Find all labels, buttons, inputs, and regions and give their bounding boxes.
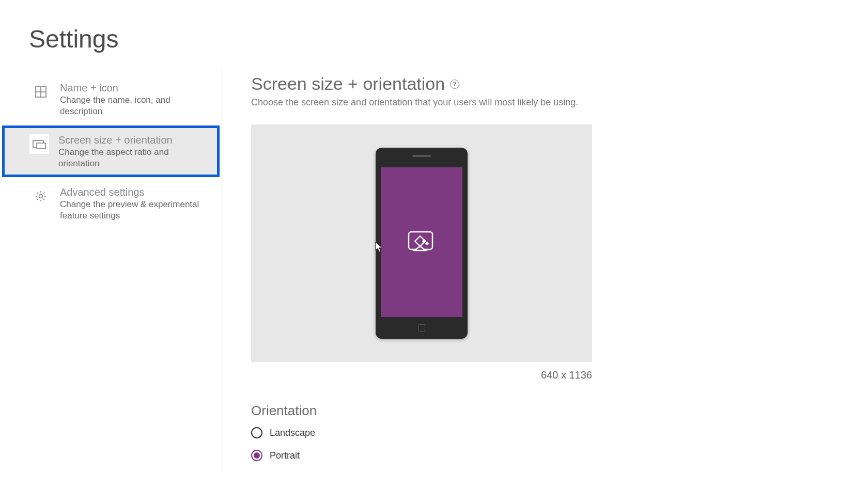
radio-icon <box>251 450 262 461</box>
phone-home-button <box>418 324 425 332</box>
content-title-row: Screen size + orientation ? <box>251 74 868 94</box>
phone-frame <box>376 148 468 339</box>
radio-portrait[interactable]: Portrait <box>251 450 868 461</box>
gear-icon <box>31 186 51 206</box>
sidebar-item-name-icon[interactable]: Name + icon Change the name, icon, and d… <box>0 73 222 125</box>
sidebar-item-title: Screen size + orientation <box>58 133 209 147</box>
svg-rect-9 <box>425 242 429 245</box>
sidebar-item-desc: Change the preview & experimental featur… <box>60 199 209 222</box>
sidebar-item-text: Name + icon Change the name, icon, and d… <box>60 81 209 117</box>
screen-icon <box>29 134 49 154</box>
sidebar-item-screen-size[interactable]: Screen size + orientation Change the asp… <box>2 125 220 177</box>
sidebar-item-desc: Change the name, icon, and description <box>60 95 209 117</box>
content-title: Screen size + orientation <box>251 74 445 94</box>
radio-label: Portrait <box>270 450 300 461</box>
svg-rect-4 <box>37 143 45 149</box>
sidebar: Name + icon Change the name, icon, and d… <box>0 69 222 473</box>
resolution-label: 640 x 1136 <box>251 369 592 381</box>
layout: Name + icon Change the name, icon, and d… <box>0 69 868 473</box>
radio-landscape[interactable]: Landscape <box>251 427 868 438</box>
sidebar-item-advanced[interactable]: Advanced settings Change the preview & e… <box>0 177 222 230</box>
preview-area <box>251 124 592 362</box>
content: Screen size + orientation ? Choose the s… <box>222 69 868 473</box>
page-title: Settings <box>0 0 868 69</box>
radio-label: Landscape <box>270 428 315 438</box>
help-icon[interactable]: ? <box>450 80 459 89</box>
sidebar-item-text: Advanced settings Change the preview & e… <box>60 185 209 222</box>
sidebar-item-text: Screen size + orientation Change the asp… <box>58 133 209 169</box>
orientation-title: Orientation <box>251 403 868 419</box>
powerapps-icon <box>408 231 436 254</box>
phone-screen <box>381 167 462 317</box>
sidebar-item-title: Advanced settings <box>60 185 209 199</box>
svg-point-5 <box>39 195 43 198</box>
sidebar-item-desc: Change the aspect ratio and orientation <box>58 147 209 169</box>
grid-icon <box>31 82 51 102</box>
orientation-radio-group: Landscape Portrait <box>251 427 868 461</box>
radio-icon <box>251 427 262 438</box>
sidebar-item-title: Name + icon <box>60 81 209 95</box>
content-desc: Choose the screen size and orientation t… <box>251 97 868 108</box>
phone-speaker <box>412 155 431 157</box>
svg-rect-8 <box>422 239 426 243</box>
